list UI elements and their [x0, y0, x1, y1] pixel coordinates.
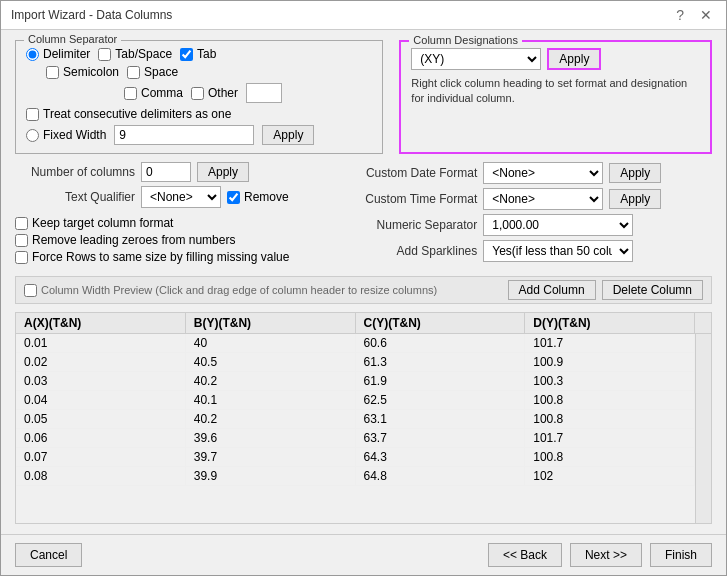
force-rows-label[interactable]: Force Rows to same size by filling missi… — [15, 250, 327, 264]
space-checkbox[interactable] — [127, 66, 140, 79]
scrollbar[interactable] — [695, 334, 711, 523]
custom-date-label: Custom Date Format — [337, 166, 477, 180]
data-table: A(X)(T&N) B(Y)(T&N) C(Y)(T&N) D(Y)(T&N) … — [15, 312, 712, 524]
fixed-width-row: Fixed Width Apply — [26, 125, 372, 145]
delimiter-row: Delimiter Tab/Space Tab — [26, 47, 372, 61]
text-qualifier-label: Text Qualifier — [15, 190, 135, 204]
num-columns-apply-button[interactable]: Apply — [197, 162, 249, 182]
table-row: 0.014060.6101.7 — [16, 334, 695, 353]
designation-apply-button[interactable]: Apply — [547, 48, 601, 70]
column-preview-bar: Column Width Preview (Click and drag edg… — [15, 276, 712, 304]
column-preview-label[interactable]: Column Width Preview (Click and drag edg… — [24, 284, 437, 297]
comma-other-row: Comma Other — [26, 83, 372, 103]
delimiter-radio-label[interactable]: Delimiter — [26, 47, 90, 61]
num-columns-row: Number of columns Apply — [15, 162, 327, 182]
column-separator-group: Column Separator Delimiter Tab/Space Tab — [15, 40, 383, 154]
col-header-0[interactable]: A(X)(T&N) — [16, 313, 186, 333]
fixed-width-input[interactable] — [114, 125, 254, 145]
remove-label[interactable]: Remove — [227, 190, 289, 204]
semicolon-row: Semicolon Space — [26, 65, 372, 79]
custom-time-apply-button[interactable]: Apply — [609, 189, 661, 209]
column-preview-checkbox[interactable] — [24, 284, 37, 297]
table-header: A(X)(T&N) B(Y)(T&N) C(Y)(T&N) D(Y)(T&N) — [16, 313, 711, 334]
back-button[interactable]: << Back — [488, 543, 562, 567]
table-body: 0.014060.6101.70.0240.561.3100.90.0340.2… — [16, 334, 695, 523]
close-button[interactable]: ✕ — [696, 7, 716, 23]
semicolon-checkbox[interactable] — [46, 66, 59, 79]
table-cell: 64.3 — [356, 448, 526, 466]
consecutive-checkbox[interactable] — [26, 108, 39, 121]
custom-time-row: Custom Time Format <None> Apply — [337, 188, 712, 210]
other-input[interactable] — [246, 83, 282, 103]
table-cell: 0.07 — [16, 448, 186, 466]
table-cell: 101.7 — [525, 429, 695, 447]
window-title: Import Wizard - Data Columns — [11, 8, 172, 22]
numeric-separator-dropdown[interactable]: 1,000.00 — [483, 214, 633, 236]
remove-leading-checkbox[interactable] — [15, 234, 28, 247]
cancel-button[interactable]: Cancel — [15, 543, 82, 567]
custom-time-dropdown[interactable]: <None> — [483, 188, 603, 210]
custom-date-dropdown[interactable]: <None> — [483, 162, 603, 184]
next-button[interactable]: Next >> — [570, 543, 642, 567]
table-row: 0.0440.162.5100.8 — [16, 391, 695, 410]
delimiter-radio[interactable] — [26, 48, 39, 61]
table-cell: 40.2 — [186, 372, 356, 390]
other-checkbox[interactable] — [191, 87, 204, 100]
add-column-button[interactable]: Add Column — [508, 280, 596, 300]
consecutive-label[interactable]: Treat consecutive delimiters as one — [26, 107, 231, 121]
table-cell: 0.05 — [16, 410, 186, 428]
fixed-width-radio[interactable] — [26, 129, 39, 142]
column-designations-label: Column Designations — [409, 34, 522, 46]
table-cell: 40.1 — [186, 391, 356, 409]
col-header-2[interactable]: C(Y)(T&N) — [356, 313, 526, 333]
mid-right: Custom Date Format <None> Apply Custom T… — [337, 162, 712, 262]
table-cell: 63.1 — [356, 410, 526, 428]
space-label[interactable]: Space — [127, 65, 178, 79]
designation-dropdown[interactable]: (XY) — [411, 48, 541, 70]
table-cell: 0.08 — [16, 467, 186, 485]
keep-target-label[interactable]: Keep target column format — [15, 216, 327, 230]
num-columns-input[interactable] — [141, 162, 191, 182]
table-cell: 0.06 — [16, 429, 186, 447]
table-cell: 100.9 — [525, 353, 695, 371]
col-header-1[interactable]: B(Y)(T&N) — [186, 313, 356, 333]
table-cell: 102 — [525, 467, 695, 485]
col-header-3[interactable]: D(Y)(T&N) — [525, 313, 695, 333]
top-section: Column Separator Delimiter Tab/Space Tab — [15, 40, 712, 154]
remove-leading-label[interactable]: Remove leading zeroes from numbers — [15, 233, 327, 247]
title-bar-buttons: ? ✕ — [672, 7, 716, 23]
tab-space-checkbox[interactable] — [98, 48, 111, 61]
table-cell: 100.8 — [525, 410, 695, 428]
table-cell: 101.7 — [525, 334, 695, 352]
remove-checkbox[interactable] — [227, 191, 240, 204]
apply-fixed-button[interactable]: Apply — [262, 125, 314, 145]
table-cell: 39.9 — [186, 467, 356, 485]
keep-target-checkbox[interactable] — [15, 217, 28, 230]
title-bar: Import Wizard - Data Columns ? ✕ — [1, 1, 726, 30]
column-separator-label: Column Separator — [24, 33, 121, 45]
comma-label[interactable]: Comma — [124, 83, 183, 103]
tab-checkbox[interactable] — [180, 48, 193, 61]
table-row: 0.0639.663.7101.7 — [16, 429, 695, 448]
finish-button[interactable]: Finish — [650, 543, 712, 567]
text-qualifier-dropdown[interactable]: <None> — [141, 186, 221, 208]
tab-space-label[interactable]: Tab/Space — [98, 47, 172, 61]
designation-row: (XY) Apply — [411, 48, 700, 70]
table-cell: 64.8 — [356, 467, 526, 485]
custom-date-apply-button[interactable]: Apply — [609, 163, 661, 183]
table-cell: 40 — [186, 334, 356, 352]
table-row: 0.0340.261.9100.3 — [16, 372, 695, 391]
add-sparklines-dropdown[interactable]: Yes(if less than 50 columns) — [483, 240, 633, 262]
tab-label[interactable]: Tab — [180, 47, 216, 61]
delete-column-button[interactable]: Delete Column — [602, 280, 703, 300]
table-cell: 0.04 — [16, 391, 186, 409]
fixed-width-radio-label[interactable]: Fixed Width — [26, 128, 106, 142]
col-action-buttons: Add Column Delete Column — [508, 280, 703, 300]
comma-checkbox[interactable] — [124, 87, 137, 100]
other-label[interactable]: Other — [191, 83, 238, 103]
semicolon-label[interactable]: Semicolon — [46, 65, 119, 79]
force-rows-checkbox[interactable] — [15, 251, 28, 264]
table-cell: 63.7 — [356, 429, 526, 447]
table-cell: 0.03 — [16, 372, 186, 390]
help-button[interactable]: ? — [672, 7, 688, 23]
